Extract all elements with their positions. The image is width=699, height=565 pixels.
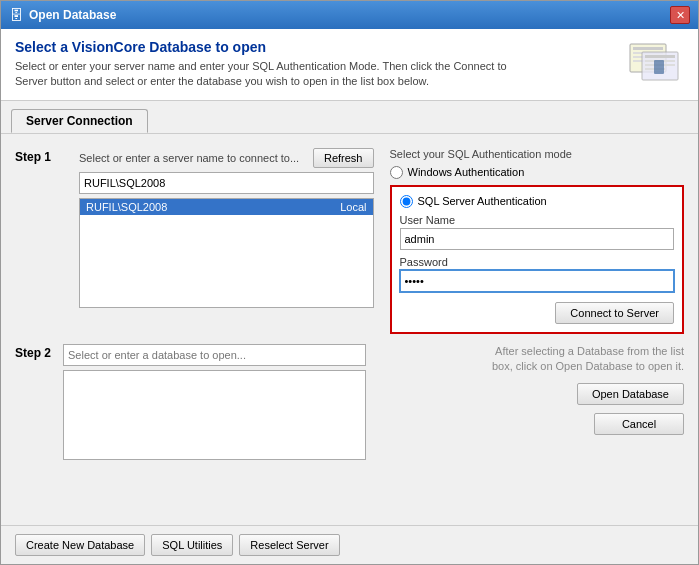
username-input[interactable] [400,228,675,250]
step1-row: Step 1 Select or enter a server name to … [15,148,684,334]
create-new-database-button[interactable]: Create New Database [15,534,145,556]
svg-rect-6 [645,55,675,58]
window-title: Open Database [29,8,116,22]
server-tag: Local [340,201,366,213]
step2-left [63,344,366,460]
svg-rect-1 [633,47,663,50]
svg-rect-10 [654,60,664,74]
connect-to-server-button[interactable]: Connect to Server [555,302,674,324]
cancel-button[interactable]: Cancel [594,413,684,435]
bottom-bar: Create New Database SQL Utilities Resele… [1,525,698,564]
database-name-input[interactable] [63,344,366,366]
server-name: RUFIL\SQL2008 [86,201,167,213]
refresh-button[interactable]: Refresh [313,148,374,168]
step1-right: Select your SQL Authentication mode Wind… [390,148,685,334]
step1-left: Select or enter a server name to connect… [79,148,374,308]
username-field-group: User Name [400,214,675,250]
database-list [63,370,366,460]
sql-auth-row: SQL Server Authentication [400,195,675,208]
step1-label: Step 1 [15,150,63,164]
header-text: Select a VisionCore Database to open Sel… [15,39,515,90]
server-list: RUFIL\SQL2008 Local [79,198,374,308]
step1-top: Select or enter a server name to connect… [79,148,374,168]
sql-auth-radio[interactable] [400,195,413,208]
window-icon: 🗄 [9,7,23,23]
header-title: Select a VisionCore Database to open [15,39,515,55]
username-label: User Name [400,214,675,226]
windows-auth-row: Windows Authentication [390,166,685,179]
server-name-input[interactable] [79,172,374,194]
auth-mode-title: Select your SQL Authentication mode [390,148,685,160]
header-icon [624,39,684,89]
title-bar-left: 🗄 Open Database [9,7,116,23]
sql-auth-box: SQL Server Authentication User Name Pass… [390,185,685,334]
password-label: Password [400,256,675,268]
sql-auth-label: SQL Server Authentication [418,195,547,207]
tab-bar: Server Connection [1,101,698,134]
tab-server-connection[interactable]: Server Connection [11,109,148,133]
title-bar: 🗄 Open Database ✕ [1,1,698,29]
open-database-button[interactable]: Open Database [577,383,684,405]
step2-label: Step 2 [15,346,63,360]
header-section: Select a VisionCore Database to open Sel… [1,29,698,101]
open-database-window: 🗄 Open Database ✕ Select a VisionCore Da… [0,0,699,565]
close-button[interactable]: ✕ [670,6,690,24]
header-description: Select or enter your server name and ent… [15,59,515,90]
password-input[interactable] [400,270,675,292]
database-icon-svg [628,42,680,86]
sql-utilities-button[interactable]: SQL Utilities [151,534,233,556]
helper-text: After selecting a Database from the list… [484,344,684,375]
password-field-group: Password [400,256,675,292]
windows-auth-label: Windows Authentication [408,166,525,178]
step1-description: Select or enter a server name to connect… [79,152,299,164]
windows-auth-radio[interactable] [390,166,403,179]
step2-wrapper: Step 2 After selecting a Database from t… [15,344,684,460]
reselect-server-button[interactable]: Reselect Server [239,534,339,556]
bottom-left-buttons: Create New Database SQL Utilities Resele… [15,534,340,556]
main-content: Step 1 Select or enter a server name to … [1,134,698,525]
server-list-item[interactable]: RUFIL\SQL2008 Local [80,199,373,215]
